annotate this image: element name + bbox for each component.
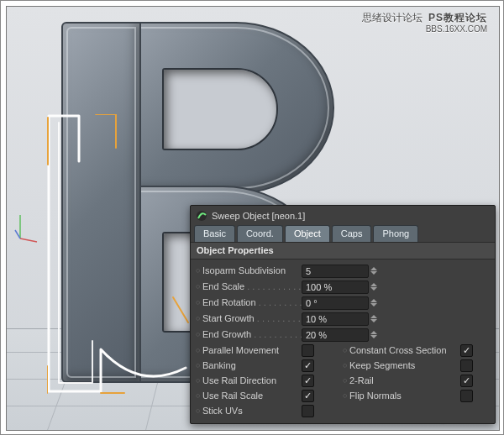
spinner-end-rotation[interactable] xyxy=(370,296,379,309)
row-end-scale: ○ End Scale xyxy=(196,279,490,295)
checkbox-parallel-movement[interactable] xyxy=(302,344,314,357)
sweep-object-icon xyxy=(196,210,207,222)
panel-header: Sweep Object [neon.1] xyxy=(191,206,495,225)
checkbox-use-rail-scale[interactable] xyxy=(302,390,314,402)
label-end-growth: End Growth xyxy=(202,330,302,339)
spinner-end-scale[interactable] xyxy=(370,280,379,293)
input-start-growth[interactable] xyxy=(302,312,369,326)
panel-title: Sweep Object [neon.1] xyxy=(212,212,305,221)
row-parallel-constant: ○ Parallel Movement ○ Constant Cross Sec… xyxy=(196,343,490,358)
checkbox-keep-segments[interactable] xyxy=(460,359,473,372)
checkbox-use-rail-direction[interactable] xyxy=(302,375,314,387)
label-start-growth: Start Growth xyxy=(202,314,302,323)
attributes-panel: Sweep Object [neon.1] Basic Coord. Objec… xyxy=(190,205,496,424)
label-use-rail-scale: Use Rail Scale xyxy=(202,391,302,401)
watermark-text: PS教程论坛 xyxy=(428,12,487,24)
input-end-scale[interactable] xyxy=(302,280,369,294)
row-start-growth: ○ Start Growth xyxy=(196,311,490,327)
tab-phong[interactable]: Phong xyxy=(373,225,418,242)
row-railscale-flip: ○ Use Rail Scale ○ Flip Normals xyxy=(196,388,490,403)
label-constant-cross: Constant Cross Section xyxy=(349,346,460,355)
checkbox-constant-cross[interactable] xyxy=(460,344,473,357)
row-end-rotation: ○ End Rotation xyxy=(196,295,490,311)
label-end-rotation: End Rotation xyxy=(202,298,302,307)
input-isoparm[interactable] xyxy=(302,265,369,278)
label-keep-segments: Keep Segments xyxy=(349,361,460,370)
tab-basic[interactable]: Basic xyxy=(194,225,235,242)
row-isoparm-subdivision: ○ Isoparm Subdivision xyxy=(196,263,490,279)
tab-caps[interactable]: Caps xyxy=(332,225,372,242)
watermark-text: BBS.16XX.COM xyxy=(362,24,487,35)
row-stick-uvs: ○ Stick UVs xyxy=(196,403,490,418)
tab-coord[interactable]: Coord. xyxy=(237,225,283,242)
row-raildir-2rail: ○ Use Rail Direction ○ 2-Rail xyxy=(196,373,490,388)
input-end-growth[interactable] xyxy=(302,328,369,342)
label-2-rail: 2-Rail xyxy=(349,376,460,385)
property-rows: ○ Isoparm Subdivision ○ End Scale ○ End … xyxy=(191,259,495,423)
section-object-properties: Object Properties xyxy=(191,242,495,259)
label-banking: Banking xyxy=(202,361,302,370)
panel-tabs: Basic Coord. Object Caps Phong xyxy=(191,225,495,242)
input-end-rotation[interactable] xyxy=(302,296,369,310)
label-flip-normals: Flip Normals xyxy=(349,391,460,401)
svg-point-3 xyxy=(197,211,207,221)
label-stick-uvs: Stick UVs xyxy=(202,406,302,416)
label-end-scale: End Scale xyxy=(202,282,302,291)
tab-object[interactable]: Object xyxy=(285,225,330,242)
svg-line-1 xyxy=(20,238,37,242)
row-banking-keep: ○ Banking ○ Keep Segments xyxy=(196,358,490,373)
label-use-rail-direction: Use Rail Direction xyxy=(202,376,302,385)
watermark-text: 思绪设计论坛 xyxy=(362,12,423,24)
row-end-growth: ○ End Growth xyxy=(196,327,490,343)
watermark-top: 思绪设计论坛 PS教程论坛 BBS.16XX.COM xyxy=(362,12,487,35)
image-frame: 思绪设计论坛 PS教程论坛 BBS.16XX.COM UiBQ.CoM Swee… xyxy=(0,0,504,435)
3d-viewport[interactable]: 思绪设计论坛 PS教程论坛 BBS.16XX.COM UiBQ.CoM Swee… xyxy=(6,6,500,431)
axis-gizmo xyxy=(13,212,39,245)
checkbox-banking[interactable] xyxy=(302,359,314,372)
spinner-end-growth[interactable] xyxy=(370,328,379,341)
label-parallel-movement: Parallel Movement xyxy=(202,346,302,355)
label-isoparm: Isoparm Subdivision xyxy=(202,266,302,275)
checkbox-stick-uvs[interactable] xyxy=(302,405,314,417)
checkbox-2-rail[interactable] xyxy=(460,375,473,387)
spinner-isoparm[interactable] xyxy=(370,265,379,277)
svg-line-2 xyxy=(15,230,20,238)
spinner-start-growth[interactable] xyxy=(370,312,379,325)
checkbox-flip-normals[interactable] xyxy=(460,390,473,402)
